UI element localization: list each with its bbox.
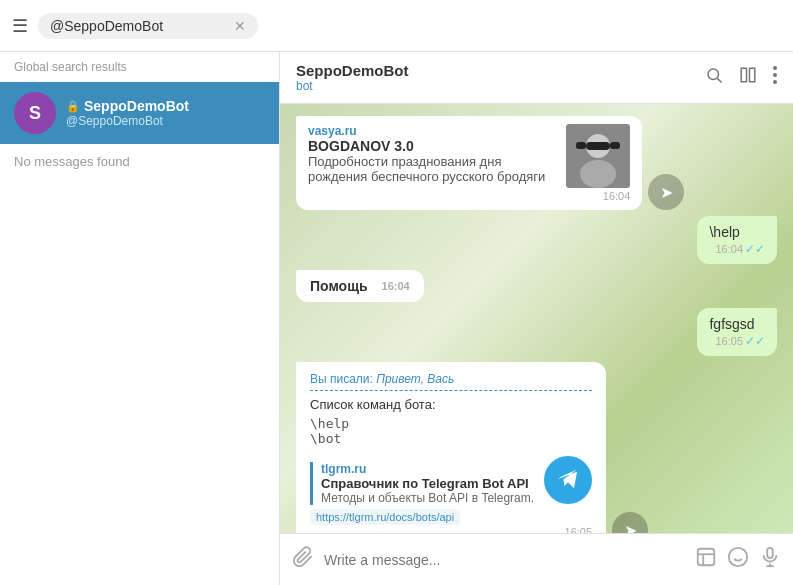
help-bubble: Помощь 16:04 [296, 270, 424, 302]
svg-point-12 [580, 160, 616, 188]
msg-row: vasya.ru BOGDANOV 3.0 Подробности праздн… [296, 116, 777, 210]
msg-row: Вы писали: Привет, Вась Список команд бо… [296, 362, 777, 533]
vasya-image [566, 124, 630, 188]
clear-icon[interactable]: ✕ [234, 18, 246, 34]
svg-rect-10 [576, 142, 586, 149]
bot-link-card: tlgrm.ru Справочник по Telegram Bot API … [310, 462, 534, 505]
msg-row: \help 16:04 ✓✓ [296, 216, 777, 264]
search-box: ✕ [38, 13, 258, 39]
global-search-label: Global search results [0, 52, 279, 82]
chat-header: SeppoDemoBot bot [280, 52, 793, 104]
telegram-icon [544, 456, 592, 504]
bot-link-desc: Методы и объекты Bot API в Telegram. [321, 491, 534, 505]
svg-rect-20 [767, 548, 773, 558]
main-area: Global search results S 🔒 SeppoDemoBot @… [0, 52, 793, 585]
contact-username: @SeppoDemoBot [66, 114, 189, 128]
lock-icon: 🔒 [66, 100, 80, 113]
reply-text: Привет, Вась [376, 372, 454, 386]
msg-time: 16:05 [715, 335, 743, 347]
reply-to: Вы писали: Привет, Вась [310, 372, 592, 391]
svg-rect-3 [750, 68, 755, 82]
chat-name: SeppoDemoBot [296, 62, 409, 79]
msg-time: 16:04 [715, 243, 743, 255]
svg-point-4 [773, 66, 777, 70]
input-bar [280, 533, 793, 585]
sticker-icon[interactable] [695, 546, 717, 573]
mic-icon[interactable] [759, 546, 781, 573]
bot-link-title: Справочник по Telegram Bot API [321, 476, 534, 491]
svg-line-1 [717, 78, 721, 82]
svg-rect-11 [610, 142, 620, 149]
cmd-bot: \bot [310, 431, 592, 446]
contact-name: 🔒 SeppoDemoBot [66, 98, 189, 114]
msg-time: 16:05 [565, 526, 593, 533]
forward-button[interactable]: ➤ [648, 174, 684, 210]
check-icon: ✓✓ [745, 242, 765, 256]
contact-name-text: SeppoDemoBot [84, 98, 189, 114]
svg-point-6 [773, 80, 777, 84]
bot-content-title: Список команд бота: [310, 397, 592, 412]
emoji-icon[interactable] [727, 546, 749, 573]
message-input[interactable] [324, 552, 685, 568]
chat-actions [705, 66, 777, 89]
svg-rect-14 [698, 549, 715, 566]
reply-label: Вы писали: [310, 372, 376, 386]
contact-info: 🔒 SeppoDemoBot @SeppoDemoBot [66, 98, 189, 128]
hamburger-icon[interactable]: ☰ [12, 15, 28, 37]
msg-text: \help [709, 224, 739, 240]
top-bar: ☰ ✕ [0, 0, 793, 52]
url-preview: https://tlgrm.ru/docs/bots/api [310, 509, 460, 525]
svg-rect-9 [586, 142, 610, 150]
bot-link-domain: tlgrm.ru [321, 462, 534, 476]
forward-button-2[interactable]: ➤ [612, 512, 648, 533]
more-icon[interactable] [773, 66, 777, 89]
chat-title: SeppoDemoBot bot [296, 62, 409, 93]
svg-rect-2 [741, 68, 746, 82]
chat-messages: vasya.ru BOGDANOV 3.0 Подробности праздн… [280, 104, 793, 533]
chat-subtitle: bot [296, 79, 409, 93]
avatar: S [14, 92, 56, 134]
sidebar: Global search results S 🔒 SeppoDemoBot @… [0, 52, 280, 585]
vasya-domain: vasya.ru [308, 124, 556, 138]
msg-text: fgfsgsd [709, 316, 754, 332]
vasya-desc: Подробности празднования дня рождения бе… [308, 154, 556, 184]
svg-point-0 [708, 69, 719, 80]
attach-icon[interactable] [292, 546, 314, 573]
chat-area: SeppoDemoBot bot [280, 52, 793, 585]
outgoing-bubble: fgfsgsd 16:05 ✓✓ [697, 308, 777, 356]
help-text: Помощь [310, 278, 368, 294]
search-input[interactable] [50, 18, 226, 34]
msg-time: 16:04 [382, 280, 410, 292]
columns-icon[interactable] [739, 66, 757, 89]
msg-row: fgfsgsd 16:05 ✓✓ [296, 308, 777, 356]
msg-row: Помощь 16:04 [296, 270, 777, 302]
cmd-help: \help [310, 416, 592, 431]
no-messages-label: No messages found [0, 144, 279, 179]
contact-item-seppo[interactable]: S 🔒 SeppoDemoBot @SeppoDemoBot [0, 82, 279, 144]
outgoing-bubble: \help 16:04 ✓✓ [697, 216, 777, 264]
svg-point-17 [729, 548, 747, 566]
vasya-title: BOGDANOV 3.0 [308, 138, 556, 154]
msg-time: 16:04 [603, 190, 631, 202]
check-icon: ✓✓ [745, 334, 765, 348]
svg-point-5 [773, 73, 777, 77]
vasya-link-bubble: vasya.ru BOGDANOV 3.0 Подробности праздн… [296, 116, 642, 210]
bot-reply-bubble: Вы писали: Привет, Вась Список команд бо… [296, 362, 606, 533]
search-chat-icon[interactable] [705, 66, 723, 89]
